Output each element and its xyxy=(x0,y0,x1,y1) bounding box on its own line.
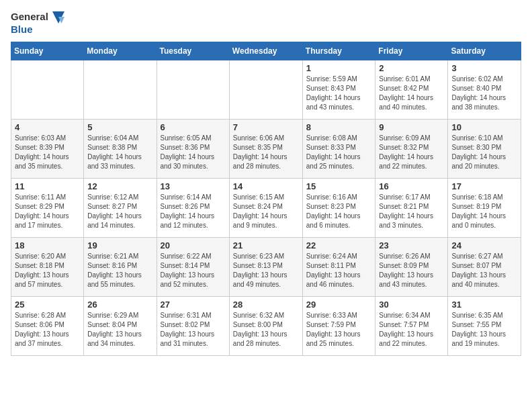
calendar-header-row: SundayMondayTuesdayWednesdayThursdayFrid… xyxy=(11,42,521,60)
day-info: Sunrise: 6:08 AM Sunset: 8:33 PM Dayligh… xyxy=(306,134,372,171)
calendar-cell xyxy=(84,60,157,120)
day-info: Sunrise: 6:03 AM Sunset: 8:39 PM Dayligh… xyxy=(15,134,80,171)
day-info: Sunrise: 6:18 AM Sunset: 8:19 PM Dayligh… xyxy=(451,193,517,230)
day-number: 25 xyxy=(15,300,80,310)
logo-blue: Blue xyxy=(11,24,33,35)
day-number: 21 xyxy=(233,240,299,250)
calendar-cell: 3Sunrise: 6:02 AM Sunset: 8:40 PM Daylig… xyxy=(448,60,521,120)
day-number: 23 xyxy=(379,240,444,250)
day-number: 7 xyxy=(233,122,299,132)
calendar-cell: 14Sunrise: 6:15 AM Sunset: 8:24 PM Dayli… xyxy=(229,179,302,238)
day-info: Sunrise: 6:21 AM Sunset: 8:16 PM Dayligh… xyxy=(87,252,152,289)
calendar-cell: 26Sunrise: 6:29 AM Sunset: 8:04 PM Dayli… xyxy=(84,297,157,356)
header-sunday: Sunday xyxy=(11,42,84,60)
day-number: 6 xyxy=(161,122,226,132)
day-info: Sunrise: 6:14 AM Sunset: 8:26 PM Dayligh… xyxy=(161,193,226,230)
day-number: 30 xyxy=(379,300,444,310)
day-number: 10 xyxy=(451,122,517,132)
header-monday: Monday xyxy=(84,42,157,60)
day-number: 1 xyxy=(306,63,372,73)
day-info: Sunrise: 6:06 AM Sunset: 8:35 PM Dayligh… xyxy=(233,134,299,171)
day-info: Sunrise: 6:26 AM Sunset: 8:09 PM Dayligh… xyxy=(379,252,444,289)
calendar-cell: 1Sunrise: 5:59 AM Sunset: 8:43 PM Daylig… xyxy=(302,60,375,120)
day-info: Sunrise: 6:09 AM Sunset: 8:32 PM Dayligh… xyxy=(379,134,444,171)
calendar-cell xyxy=(157,60,229,120)
calendar-cell: 19Sunrise: 6:21 AM Sunset: 8:16 PM Dayli… xyxy=(84,238,157,297)
day-info: Sunrise: 6:33 AM Sunset: 7:59 PM Dayligh… xyxy=(306,311,372,349)
day-info: Sunrise: 5:59 AM Sunset: 8:43 PM Dayligh… xyxy=(306,75,372,112)
day-number: 20 xyxy=(161,240,226,250)
day-number: 15 xyxy=(306,181,372,191)
day-info: Sunrise: 6:20 AM Sunset: 8:18 PM Dayligh… xyxy=(15,252,80,289)
day-info: Sunrise: 6:24 AM Sunset: 8:11 PM Dayligh… xyxy=(306,252,372,289)
day-number: 19 xyxy=(87,240,152,250)
calendar-cell: 20Sunrise: 6:22 AM Sunset: 8:14 PM Dayli… xyxy=(157,238,229,297)
logo: General Blue xyxy=(11,11,64,35)
day-info: Sunrise: 6:23 AM Sunset: 8:13 PM Dayligh… xyxy=(233,252,299,289)
calendar-cell: 13Sunrise: 6:14 AM Sunset: 8:26 PM Dayli… xyxy=(157,179,229,238)
day-number: 24 xyxy=(451,240,517,250)
day-info: Sunrise: 6:27 AM Sunset: 8:07 PM Dayligh… xyxy=(451,252,517,289)
day-number: 31 xyxy=(451,300,517,310)
day-info: Sunrise: 6:17 AM Sunset: 8:21 PM Dayligh… xyxy=(379,193,444,230)
day-number: 17 xyxy=(451,181,517,191)
day-number: 12 xyxy=(87,181,152,191)
day-number: 29 xyxy=(306,300,372,310)
calendar-cell: 21Sunrise: 6:23 AM Sunset: 8:13 PM Dayli… xyxy=(229,238,302,297)
header-wednesday: Wednesday xyxy=(229,42,302,60)
calendar-cell: 4Sunrise: 6:03 AM Sunset: 8:39 PM Daylig… xyxy=(11,120,84,179)
calendar-cell: 11Sunrise: 6:11 AM Sunset: 8:29 PM Dayli… xyxy=(11,179,84,238)
day-info: Sunrise: 6:35 AM Sunset: 7:55 PM Dayligh… xyxy=(451,311,517,349)
calendar-cell: 30Sunrise: 6:34 AM Sunset: 7:57 PM Dayli… xyxy=(375,297,448,356)
header-tuesday: Tuesday xyxy=(157,42,229,60)
logo-general: General xyxy=(11,11,48,22)
calendar-week-row: 25Sunrise: 6:28 AM Sunset: 8:06 PM Dayli… xyxy=(11,297,521,356)
day-info: Sunrise: 6:29 AM Sunset: 8:04 PM Dayligh… xyxy=(87,311,152,349)
header-saturday: Saturday xyxy=(448,42,521,60)
day-info: Sunrise: 6:22 AM Sunset: 8:14 PM Dayligh… xyxy=(161,252,226,289)
day-info: Sunrise: 6:04 AM Sunset: 8:38 PM Dayligh… xyxy=(87,134,152,171)
calendar-cell: 16Sunrise: 6:17 AM Sunset: 8:21 PM Dayli… xyxy=(375,179,448,238)
header: General Blue xyxy=(11,11,521,35)
calendar-cell: 28Sunrise: 6:32 AM Sunset: 8:00 PM Dayli… xyxy=(229,297,302,356)
logo-triangle-icon xyxy=(52,11,64,24)
day-number: 28 xyxy=(233,300,299,310)
calendar-cell: 5Sunrise: 6:04 AM Sunset: 8:38 PM Daylig… xyxy=(84,120,157,179)
calendar-cell: 17Sunrise: 6:18 AM Sunset: 8:19 PM Dayli… xyxy=(448,179,521,238)
day-info: Sunrise: 6:28 AM Sunset: 8:06 PM Dayligh… xyxy=(15,311,80,349)
calendar-cell: 8Sunrise: 6:08 AM Sunset: 8:33 PM Daylig… xyxy=(302,120,375,179)
calendar-cell: 12Sunrise: 6:12 AM Sunset: 8:27 PM Dayli… xyxy=(84,179,157,238)
day-info: Sunrise: 6:34 AM Sunset: 7:57 PM Dayligh… xyxy=(379,311,444,349)
day-info: Sunrise: 6:16 AM Sunset: 8:23 PM Dayligh… xyxy=(306,193,372,230)
day-info: Sunrise: 6:11 AM Sunset: 8:29 PM Dayligh… xyxy=(15,193,80,230)
day-number: 8 xyxy=(306,122,372,132)
day-number: 14 xyxy=(233,181,299,191)
day-info: Sunrise: 6:12 AM Sunset: 8:27 PM Dayligh… xyxy=(87,193,152,230)
day-number: 9 xyxy=(379,122,444,132)
day-number: 13 xyxy=(161,181,226,191)
day-number: 5 xyxy=(87,122,152,132)
header-friday: Friday xyxy=(375,42,448,60)
header-thursday: Thursday xyxy=(302,42,375,60)
calendar-cell: 23Sunrise: 6:26 AM Sunset: 8:09 PM Dayli… xyxy=(375,238,448,297)
calendar-week-row: 4Sunrise: 6:03 AM Sunset: 8:39 PM Daylig… xyxy=(11,120,521,179)
day-info: Sunrise: 6:02 AM Sunset: 8:40 PM Dayligh… xyxy=(451,75,517,112)
calendar-cell: 7Sunrise: 6:06 AM Sunset: 8:35 PM Daylig… xyxy=(229,120,302,179)
calendar-cell: 9Sunrise: 6:09 AM Sunset: 8:32 PM Daylig… xyxy=(375,120,448,179)
calendar-cell: 25Sunrise: 6:28 AM Sunset: 8:06 PM Dayli… xyxy=(11,297,84,356)
calendar-cell: 10Sunrise: 6:10 AM Sunset: 8:30 PM Dayli… xyxy=(448,120,521,179)
day-info: Sunrise: 6:10 AM Sunset: 8:30 PM Dayligh… xyxy=(451,134,517,171)
calendar-week-row: 18Sunrise: 6:20 AM Sunset: 8:18 PM Dayli… xyxy=(11,238,521,297)
calendar-cell: 15Sunrise: 6:16 AM Sunset: 8:23 PM Dayli… xyxy=(302,179,375,238)
day-number: 16 xyxy=(379,181,444,191)
calendar-cell xyxy=(229,60,302,120)
calendar-cell: 2Sunrise: 6:01 AM Sunset: 8:42 PM Daylig… xyxy=(375,60,448,120)
calendar-cell: 29Sunrise: 6:33 AM Sunset: 7:59 PM Dayli… xyxy=(302,297,375,356)
day-number: 18 xyxy=(15,240,80,250)
calendar-cell xyxy=(11,60,84,120)
calendar-cell: 31Sunrise: 6:35 AM Sunset: 7:55 PM Dayli… xyxy=(448,297,521,356)
day-info: Sunrise: 6:01 AM Sunset: 8:42 PM Dayligh… xyxy=(379,75,444,112)
calendar-cell: 27Sunrise: 6:31 AM Sunset: 8:02 PM Dayli… xyxy=(157,297,229,356)
day-number: 2 xyxy=(379,63,444,73)
logo-wordmark: General Blue xyxy=(11,11,64,35)
